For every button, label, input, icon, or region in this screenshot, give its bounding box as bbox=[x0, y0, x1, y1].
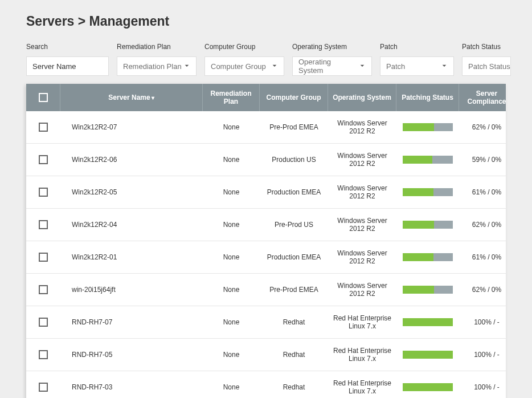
cell-compliance: 61% / 0% bbox=[459, 180, 514, 204]
cell-group: Production US bbox=[260, 148, 328, 172]
patch-progress-bar bbox=[403, 123, 453, 131]
patch-progress-bar bbox=[403, 383, 453, 391]
filter-patch-label: Patch bbox=[380, 43, 454, 51]
table-row: Win2k12R2-05 None Production EMEA Window… bbox=[26, 176, 506, 209]
cell-plan: None bbox=[203, 245, 260, 269]
table-body: Win2k12R2-07 None Pre-Prod EMEA Windows … bbox=[26, 111, 506, 398]
cell-server-name: Win2k12R2-05 bbox=[60, 180, 203, 204]
cell-group: Pre-Prod EMEA bbox=[260, 115, 328, 139]
filter-search: Search bbox=[26, 43, 109, 76]
cell-plan: None bbox=[203, 278, 260, 302]
table-row: win-20i15j64jft None Pre-Prod EMEA Windo… bbox=[26, 274, 506, 306]
row-checkbox[interactable] bbox=[39, 285, 48, 294]
cell-patch bbox=[396, 278, 459, 302]
chevron-down-icon bbox=[358, 61, 367, 72]
row-checkbox-cell bbox=[26, 375, 60, 398]
chevron-down-icon: ▾ bbox=[152, 95, 154, 101]
header-group[interactable]: Computer Group bbox=[260, 84, 328, 111]
row-checkbox-cell bbox=[26, 310, 60, 335]
cell-server-name: RND-RH7-03 bbox=[60, 375, 203, 398]
table-row: RND-RH7-07 None Redhat Red Hat Enterpris… bbox=[26, 306, 506, 339]
header-name[interactable]: Server Name▾ bbox=[60, 84, 203, 111]
table-row: Win2k12R2-07 None Pre-Prod EMEA Windows … bbox=[26, 111, 506, 144]
cell-group: Redhat bbox=[260, 375, 328, 398]
cell-plan: None bbox=[203, 213, 260, 237]
row-checkbox-cell bbox=[26, 180, 60, 205]
table-row: RND-RH7-03 None Redhat Red Hat Enterpris… bbox=[26, 371, 506, 398]
filter-os-label: Operating System bbox=[292, 43, 372, 51]
cell-patch bbox=[396, 148, 459, 172]
cell-compliance: 59% / 0% bbox=[459, 148, 514, 172]
filter-status-label: Patch Status bbox=[462, 43, 511, 51]
cell-server-name: win-20i15j64jft bbox=[60, 278, 203, 302]
group-dropdown[interactable]: Computer Group bbox=[204, 56, 284, 76]
plan-dropdown[interactable]: Remediation Plan bbox=[117, 56, 197, 76]
cell-os: Red Hat Enterprise Linux 7.x bbox=[328, 306, 396, 338]
servers-table: Server Name▾ Remediation Plan Computer G… bbox=[26, 84, 506, 398]
row-checkbox[interactable] bbox=[39, 350, 48, 359]
table-row: Win2k12R2-06 None Production US Windows … bbox=[26, 144, 506, 176]
cell-patch bbox=[396, 245, 459, 269]
filter-os: Operating System Operating System bbox=[292, 43, 372, 76]
row-checkbox[interactable] bbox=[39, 318, 48, 327]
header-name-text: Server Name bbox=[108, 94, 150, 101]
filter-group: Computer Group Computer Group bbox=[204, 43, 284, 76]
row-checkbox[interactable] bbox=[39, 155, 48, 164]
search-input[interactable] bbox=[26, 56, 109, 76]
header-plan[interactable]: Remediation Plan bbox=[203, 84, 260, 111]
plan-dropdown-text: Remediation Plan bbox=[123, 62, 182, 71]
patch-dropdown[interactable]: Patch bbox=[380, 56, 454, 76]
patch-progress-bar bbox=[403, 286, 453, 294]
cell-server-name: Win2k12R2-01 bbox=[60, 245, 203, 269]
cell-server-name: RND-RH7-07 bbox=[60, 310, 203, 334]
row-checkbox[interactable] bbox=[39, 188, 48, 197]
cell-group: Redhat bbox=[260, 343, 328, 367]
cell-plan: None bbox=[203, 375, 260, 398]
os-dropdown[interactable]: Operating System bbox=[292, 56, 372, 76]
cell-group: Pre-Prod EMEA bbox=[260, 278, 328, 302]
cell-compliance: 100% / - bbox=[459, 310, 514, 334]
patch-progress-fill bbox=[403, 351, 453, 359]
row-checkbox[interactable] bbox=[39, 253, 48, 262]
row-checkbox-cell bbox=[26, 342, 60, 367]
select-all-checkbox[interactable] bbox=[39, 93, 48, 102]
cell-server-name: Win2k12R2-04 bbox=[60, 213, 203, 237]
row-checkbox-cell bbox=[26, 277, 60, 302]
header-patch[interactable]: Patching Status bbox=[396, 84, 459, 111]
header-checkbox-cell bbox=[26, 84, 60, 111]
cell-os: Windows Server 2012 R2 bbox=[328, 176, 396, 208]
header-os[interactable]: Operating System bbox=[328, 84, 396, 111]
patch-progress-fill bbox=[403, 156, 432, 164]
cell-patch bbox=[396, 115, 459, 139]
filter-group-label: Computer Group bbox=[204, 43, 284, 51]
patch-progress-bar bbox=[403, 253, 453, 261]
patch-progress-fill bbox=[403, 188, 433, 196]
patch-progress-fill bbox=[403, 286, 434, 294]
cell-compliance: 62% / 0% bbox=[459, 213, 514, 237]
cell-patch bbox=[396, 343, 459, 367]
cell-os: Windows Server 2012 R2 bbox=[328, 241, 396, 273]
os-dropdown-text: Operating System bbox=[298, 58, 358, 75]
cell-os: Red Hat Enterprise Linux 7.x bbox=[328, 371, 396, 398]
patch-progress-fill bbox=[403, 253, 433, 261]
cell-plan: None bbox=[203, 148, 260, 172]
table-row: Win2k12R2-04 None Pre-Prod US Windows Se… bbox=[26, 209, 506, 241]
row-checkbox[interactable] bbox=[39, 220, 48, 229]
cell-plan: None bbox=[203, 310, 260, 334]
cell-group: Production EMEA bbox=[260, 245, 328, 269]
page-title: Servers > Management bbox=[26, 14, 506, 29]
cell-os: Windows Server 2012 R2 bbox=[328, 209, 396, 241]
row-checkbox[interactable] bbox=[39, 383, 48, 392]
patch-progress-fill bbox=[403, 383, 453, 391]
cell-group: Redhat bbox=[260, 310, 328, 334]
status-dropdown[interactable]: Patch Status bbox=[462, 56, 511, 76]
row-checkbox-cell bbox=[26, 115, 60, 140]
cell-patch bbox=[396, 310, 459, 334]
cell-compliance: 62% / 0% bbox=[459, 115, 514, 139]
row-checkbox[interactable] bbox=[39, 123, 48, 132]
chevron-down-icon bbox=[182, 61, 191, 72]
cell-server-name: RND-RH7-05 bbox=[60, 343, 203, 367]
patch-progress-fill bbox=[403, 123, 434, 131]
header-comp[interactable]: Server Compliance bbox=[459, 84, 514, 111]
group-dropdown-text: Computer Group bbox=[211, 62, 266, 71]
